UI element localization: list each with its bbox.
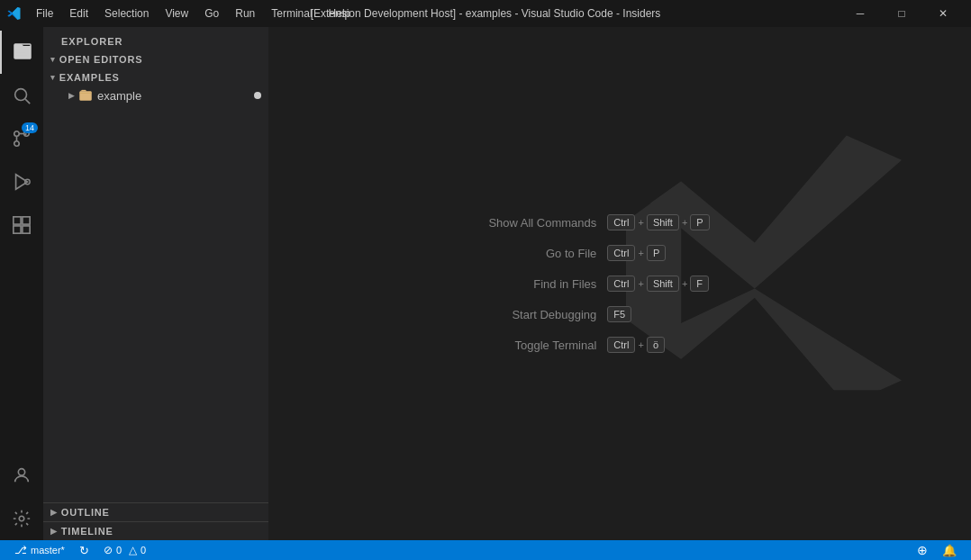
svg-rect-13 [14, 226, 21, 233]
sidebar-title: Explorer [43, 27, 268, 50]
svg-point-15 [18, 469, 24, 475]
main-layout: 14 [0, 27, 971, 540]
show-all-commands-row: Show All Commands Ctrl + Shift + P [479, 214, 709, 230]
open-editors-chevron: ▾ [50, 55, 56, 64]
window-controls: ─ □ ✕ [839, 0, 964, 27]
notifications-icon: 🔔 [942, 544, 957, 557]
settings-activity-icon[interactable] [0, 497, 43, 540]
go-to-file-keys: Ctrl + P [607, 245, 666, 261]
toggle-terminal-label: Toggle Terminal [479, 339, 596, 352]
kbd-f5: F5 [607, 306, 631, 322]
menu-run[interactable]: Run [228, 5, 262, 22]
run-debug-activity-icon[interactable] [0, 160, 43, 203]
show-all-commands-keys: Ctrl + Shift + P [607, 214, 709, 230]
svg-rect-12 [23, 217, 30, 224]
examples-section-header[interactable]: ▾ Examples [43, 68, 268, 86]
folder-icon [78, 88, 93, 103]
outline-section-header[interactable]: ▶ Outline [43, 502, 268, 521]
activity-bar: 14 [0, 27, 43, 540]
timeline-label: Timeline [61, 526, 113, 537]
kbd-p-2: P [647, 245, 666, 261]
menu-view[interactable]: View [158, 5, 195, 22]
activity-bar-bottom [0, 454, 43, 540]
example-folder-chevron: ▶ [68, 91, 75, 100]
open-editors-label: Open Editors [59, 54, 143, 65]
statusbar: ⎇ master* ↻ ⊘ 0 △ 0 ⊕ 🔔 [0, 540, 971, 560]
notifications-status-item[interactable]: 🔔 [935, 540, 964, 560]
example-folder-label: example [97, 89, 141, 103]
toggle-terminal-keys: Ctrl + ö [607, 337, 665, 353]
go-to-file-row: Go to File Ctrl + P [479, 245, 666, 261]
accounts-activity-icon[interactable] [0, 454, 43, 497]
source-control-badge: 14 [22, 122, 38, 133]
remote-icon: ⊕ [917, 543, 928, 557]
svg-point-6 [14, 131, 20, 137]
examples-chevron: ▾ [50, 73, 56, 82]
branch-label: master* [31, 545, 65, 555]
statusbar-right: ⊕ 🔔 [910, 540, 964, 560]
remote-status-item[interactable]: ⊕ [910, 540, 935, 560]
find-in-files-row: Find in Files Ctrl + Shift + F [479, 275, 709, 292]
editor-area: Show All Commands Ctrl + Shift + P Go to… [272, 27, 971, 540]
svg-rect-14 [23, 226, 30, 233]
source-control-activity-icon[interactable]: 14 [0, 117, 43, 160]
kbd-backtick: ö [647, 337, 665, 353]
close-button[interactable]: ✕ [922, 0, 964, 27]
svg-line-5 [25, 99, 30, 104]
minimize-button[interactable]: ─ [839, 0, 881, 27]
svg-point-4 [15, 89, 27, 101]
errors-status-item[interactable]: ⊘ 0 △ 0 [96, 540, 153, 560]
find-in-files-keys: Ctrl + Shift + F [607, 275, 709, 292]
svg-rect-2 [16, 51, 25, 53]
timeline-section-header[interactable]: ▶ Timeline [43, 521, 268, 540]
svg-rect-11 [14, 217, 21, 224]
outline-chevron: ▶ [50, 508, 58, 517]
find-in-files-label: Find in Files [479, 277, 596, 291]
examples-label: Examples [59, 72, 120, 83]
svg-rect-1 [16, 49, 29, 50]
titlebar-menu: File Edit Selection View Go Run Terminal… [7, 5, 358, 22]
menu-go[interactable]: Go [197, 5, 226, 22]
go-to-file-label: Go to File [479, 247, 596, 260]
sync-icon: ↻ [79, 544, 89, 557]
kbd-ctrl-4: Ctrl [607, 337, 635, 353]
titlebar: File Edit Selection View Go Run Terminal… [0, 0, 971, 27]
kbd-f: F [690, 275, 709, 292]
maximize-button[interactable]: □ [881, 0, 922, 27]
modified-indicator [254, 92, 261, 99]
kbd-ctrl-2: Ctrl [607, 245, 635, 261]
git-branch-icon: ⎇ [14, 544, 27, 556]
sidebar-bottom: ▶ Outline ▶ Timeline [43, 502, 268, 540]
svg-marker-9 [16, 175, 28, 190]
search-activity-icon[interactable] [0, 74, 43, 117]
menu-edit[interactable]: Edit [62, 5, 95, 22]
explorer-activity-icon[interactable] [0, 31, 43, 74]
kbd-shift-1: Shift [647, 214, 679, 230]
svg-rect-17 [80, 92, 92, 101]
example-folder-item[interactable]: ▶ example [43, 86, 268, 104]
warnings-icon: △ [129, 544, 137, 556]
welcome-shortcuts: Show All Commands Ctrl + Shift + P Go to… [479, 214, 763, 353]
svg-rect-3 [16, 54, 27, 56]
sync-status-item[interactable]: ↻ [72, 540, 96, 560]
vscode-logo-icon [7, 6, 22, 21]
sidebar: Explorer ▾ Open Editors ▾ Examples ▶ exa… [43, 27, 268, 540]
errors-icon: ⊘ [104, 544, 113, 556]
window-title: [Extension Development Host] - examples … [311, 7, 661, 20]
kbd-ctrl-1: Ctrl [607, 214, 635, 230]
show-all-commands-label: Show All Commands [479, 216, 596, 230]
svg-point-16 [19, 516, 24, 521]
timeline-chevron: ▶ [50, 527, 58, 536]
kbd-shift-3: Shift [647, 275, 679, 292]
menu-selection[interactable]: Selection [97, 5, 156, 22]
menu-file[interactable]: File [29, 5, 60, 22]
outline-label: Outline [61, 507, 110, 518]
kbd-ctrl-3: Ctrl [607, 275, 635, 292]
extensions-activity-icon[interactable] [0, 203, 43, 247]
branch-status-item[interactable]: ⎇ master* [7, 540, 72, 560]
start-debugging-keys: F5 [607, 306, 631, 322]
kbd-p: P [690, 214, 709, 230]
open-editors-section-header[interactable]: ▾ Open Editors [43, 50, 268, 68]
svg-point-8 [14, 141, 20, 147]
start-debugging-label: Start Debugging [479, 308, 596, 321]
